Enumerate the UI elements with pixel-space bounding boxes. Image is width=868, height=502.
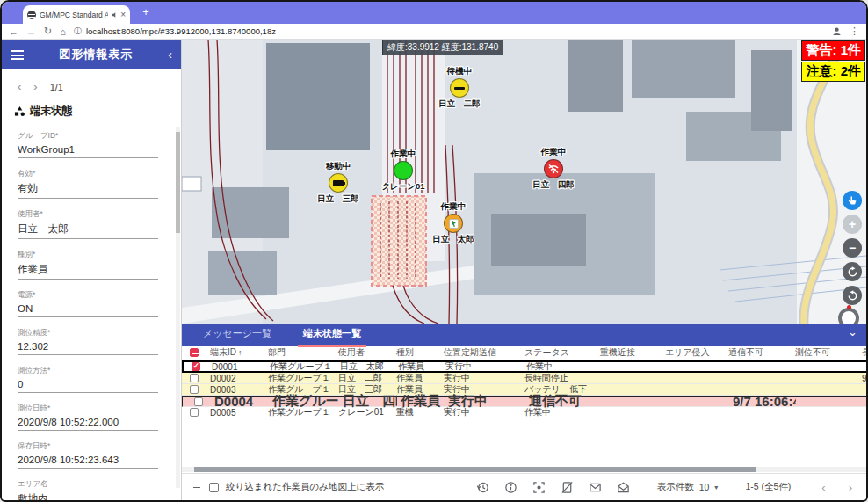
history-icon[interactable] bbox=[476, 481, 489, 494]
sidebar-title: 図形情報表示 bbox=[24, 47, 168, 62]
info-icon[interactable] bbox=[504, 481, 517, 494]
status-panel: メッセージ一覧 端末状態一覧 ⌄ 端末ID↑ 部門 使用者 種別 位置定期送信 … bbox=[182, 324, 866, 500]
col-periodic-send[interactable]: 位置定期送信 bbox=[440, 346, 521, 359]
row-checkbox[interactable] bbox=[190, 374, 199, 382]
field-fix-time[interactable]: 測位日時* 2020/9/8 10:52:22.000 bbox=[18, 404, 158, 431]
page-size-value: 10 bbox=[699, 482, 710, 492]
record-next-icon[interactable]: › bbox=[33, 80, 37, 93]
caution-badge[interactable]: 注意: 2件 bbox=[801, 62, 865, 82]
record-page-indicator: 1/1 bbox=[50, 82, 63, 92]
map-marker-crane01[interactable]: 作業中 クレーン01 bbox=[359, 149, 447, 193]
field-power[interactable]: 電源* ON bbox=[18, 290, 158, 317]
back-icon[interactable]: ← bbox=[9, 26, 18, 37]
select-all-checkbox[interactable] bbox=[190, 348, 199, 357]
col-long-stop[interactable]: 長 bbox=[858, 346, 868, 359]
tab-audio-icon[interactable] bbox=[112, 11, 117, 18]
browser-tab-strip: GM/MPC Standard Applicati × + bbox=[2, 2, 866, 24]
address-bar: ← → ↻ ⌂ ⓘ localhost:8080/mpc/#33.9912000… bbox=[2, 24, 866, 40]
page-size-control[interactable]: 表示件数 10 ▾ bbox=[657, 481, 719, 493]
col-type[interactable]: 種別 bbox=[393, 346, 440, 359]
field-accuracy[interactable]: 測位精度* 12.302 bbox=[18, 328, 158, 355]
page-next-icon[interactable]: › bbox=[849, 481, 852, 494]
pointer-mode-button[interactable] bbox=[843, 191, 862, 210]
center-focus-icon[interactable] bbox=[532, 481, 546, 494]
new-tab-button[interactable]: + bbox=[139, 5, 153, 19]
col-comm-unavailable[interactable]: 通信不可 bbox=[725, 346, 792, 359]
info-sidebar: 図形情報表示 ‹ ‹ › 1/1 端末状態 グループID* WorkGroup1 bbox=[2, 40, 182, 500]
field-group-id[interactable]: グループID* WorkGroup1 bbox=[18, 131, 158, 158]
menu-icon[interactable] bbox=[11, 50, 24, 60]
tab-message-list[interactable]: メッセージ一覧 bbox=[203, 327, 271, 342]
compass-icon[interactable] bbox=[838, 308, 859, 324]
wifi-off-icon bbox=[544, 159, 563, 178]
row-checkbox[interactable] bbox=[190, 385, 199, 394]
stopped-icon bbox=[450, 78, 469, 98]
browser-tab[interactable]: GM/MPC Standard Applicati × bbox=[23, 5, 130, 24]
url-field[interactable]: ⓘ localhost:8080/mpc/#33.9912000,131.874… bbox=[74, 25, 276, 37]
record-pagination: ‹ › 1/1 bbox=[2, 69, 181, 93]
field-user[interactable]: 使用者* 日立 太郎 bbox=[18, 209, 158, 239]
mail-open-icon[interactable] bbox=[617, 481, 630, 494]
field-method[interactable]: 測位方法* 0 bbox=[18, 366, 158, 393]
col-position-unavailable[interactable]: 測位不可 bbox=[792, 346, 858, 359]
site-info-icon[interactable]: ⓘ bbox=[74, 25, 82, 37]
filter-checkbox-label: 絞り込まれた作業員のみ地図上に表示 bbox=[226, 481, 384, 493]
field-area-name[interactable]: エリア名 敷地内 bbox=[18, 479, 158, 502]
coordinate-tooltip: 緯度:33.9912 経度:131.8740 bbox=[382, 40, 503, 55]
record-prev-icon[interactable]: ‹ bbox=[18, 80, 21, 93]
section-title: 端末状態 bbox=[30, 104, 72, 119]
warning-badge[interactable]: 警告: 1件 bbox=[801, 40, 865, 61]
table-horizontal-scrollbar[interactable] bbox=[182, 467, 866, 472]
col-heavy-proximity[interactable]: 重機近接 bbox=[597, 346, 662, 359]
col-status[interactable]: ステータス bbox=[521, 346, 597, 359]
tab-title: GM/MPC Standard Applicati bbox=[40, 11, 108, 19]
terminal-status-table: 端末ID↑ 部門 使用者 種別 位置定期送信 ステータス 重機近接 エリア侵入 … bbox=[182, 346, 866, 418]
profile-avatar[interactable] bbox=[832, 26, 842, 36]
rotate-ccw-button[interactable] bbox=[843, 286, 862, 305]
panel-collapse-icon[interactable]: ⌄ bbox=[848, 325, 857, 338]
favicon-icon bbox=[27, 11, 36, 19]
panel-footer: 絞り込まれた作業員のみ地図上に表示 表示件数 10 ▾ 1-5 bbox=[182, 473, 866, 500]
url-text: localhost:8080/mpc/#33.9912000,131.87400… bbox=[86, 26, 276, 36]
rotate-cw-button[interactable] bbox=[843, 262, 862, 281]
selected-cursor-icon bbox=[444, 214, 463, 233]
browser-menu-icon[interactable]: ⋮ bbox=[850, 25, 859, 37]
row-checkbox[interactable] bbox=[190, 408, 199, 417]
col-department[interactable]: 部門 bbox=[264, 346, 335, 359]
field-save-time[interactable]: 保存日時* 2020/9/8 10:52:23.643 bbox=[18, 441, 158, 469]
col-area-intrusion[interactable]: エリア侵入 bbox=[662, 346, 725, 359]
field-type[interactable]: 種別* 作業員 bbox=[18, 250, 158, 280]
row-checkbox[interactable] bbox=[194, 397, 203, 406]
sort-asc-icon: ↑ bbox=[238, 348, 242, 357]
sidebar-collapse-icon[interactable]: ‹ bbox=[168, 48, 172, 61]
map-marker-hitachi-taro[interactable]: 作業中 日立 太郎 bbox=[409, 201, 497, 245]
col-user[interactable]: 使用者 bbox=[335, 346, 393, 359]
page-size-label: 表示件数 bbox=[657, 481, 694, 493]
battery-low-icon bbox=[329, 173, 348, 193]
row-checkbox[interactable] bbox=[192, 362, 200, 371]
map-marker-hitachi-jiro[interactable]: 待機中 日立 二郎 bbox=[416, 66, 503, 110]
zoom-out-button[interactable]: − bbox=[843, 238, 862, 258]
filter-map-checkbox[interactable] bbox=[209, 483, 219, 492]
device-off-icon[interactable] bbox=[561, 481, 574, 494]
zoom-in-button[interactable]: + bbox=[843, 215, 862, 234]
table-header-row: 端末ID↑ 部門 使用者 種別 位置定期送信 ステータス 重機近接 エリア侵入 … bbox=[182, 346, 868, 360]
page-prev-icon[interactable]: ‹ bbox=[821, 481, 825, 494]
map-canvas[interactable]: 緯度:33.9912 経度:131.8740 警告: 1件 注意: 2件 移動中… bbox=[182, 40, 866, 324]
reload-icon[interactable]: ↻ bbox=[44, 25, 52, 37]
sidebar-scrollbar[interactable] bbox=[176, 127, 180, 488]
tab-terminal-status-list[interactable]: 端末状態一覧 bbox=[303, 327, 361, 342]
home-icon[interactable]: ⌂ bbox=[60, 26, 66, 37]
col-terminal-id[interactable]: 端末ID↑ bbox=[206, 346, 264, 359]
range-indicator: 1-5 (全5件) bbox=[745, 481, 791, 493]
page-size-dropdown-icon[interactable]: ▾ bbox=[714, 484, 718, 491]
forward-icon[interactable]: → bbox=[26, 26, 36, 37]
terminal-status-icon bbox=[14, 105, 25, 117]
map-marker-hitachi-shiro[interactable]: 作業中 日立 四郎 bbox=[510, 147, 597, 191]
field-enabled[interactable]: 有効* 有効 bbox=[18, 169, 158, 199]
working-icon bbox=[394, 161, 413, 180]
filter-icon[interactable] bbox=[191, 483, 202, 492]
table-row[interactable]: D0001 作業グループ１ 日立 太郎 作業員 実行中 作業中 bbox=[182, 360, 868, 373]
tab-close-icon[interactable]: × bbox=[120, 11, 126, 19]
mail-icon[interactable] bbox=[589, 481, 602, 494]
